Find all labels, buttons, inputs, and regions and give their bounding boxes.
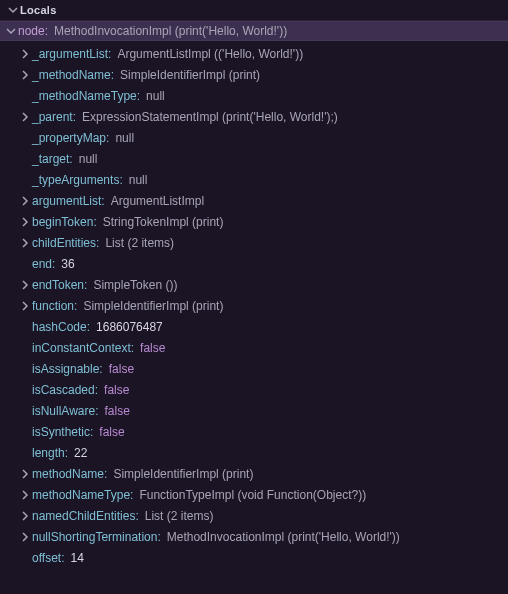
chevron-right-icon[interactable]	[18, 70, 32, 80]
property-key: endToken:	[32, 277, 87, 293]
panel-header[interactable]: Locals	[0, 0, 508, 21]
tree-row: _propertyMap:null	[0, 127, 508, 148]
chevron-right-icon[interactable]	[18, 280, 32, 290]
tree-row[interactable]: beginToken:StringTokenImpl (print)	[0, 211, 508, 232]
property-value: List (2 items)	[145, 508, 214, 524]
tree-row[interactable]: _methodName:SimpleIdentifierImpl (print)	[0, 64, 508, 85]
property-key: _propertyMap:	[32, 130, 109, 146]
property-value: false	[104, 382, 129, 398]
property-value: SimpleIdentifierImpl (print)	[120, 67, 260, 83]
property-key: hashCode:	[32, 319, 90, 335]
tree-row[interactable]: endToken:SimpleToken ())	[0, 274, 508, 295]
property-key: inConstantContext:	[32, 340, 134, 356]
property-value: ExpressionStatementImpl (print('Hello, W…	[82, 109, 338, 125]
property-key: _parent:	[32, 109, 76, 125]
tree-row[interactable]: nullShortingTermination:MethodInvocation…	[0, 526, 508, 547]
property-value: MethodInvocationImpl (print('Hello, Worl…	[167, 529, 400, 545]
tree-row: _methodNameType:null	[0, 85, 508, 106]
property-value: false	[109, 361, 134, 377]
property-value: false	[99, 424, 124, 440]
property-key: isSynthetic:	[32, 424, 93, 440]
tree-row: _typeArguments:null	[0, 169, 508, 190]
property-key: namedChildEntities:	[32, 508, 139, 524]
property-key: childEntities:	[32, 235, 99, 251]
property-key: isNullAware:	[32, 403, 98, 419]
tree-row: isCascaded:false	[0, 379, 508, 400]
property-key: methodNameType:	[32, 487, 133, 503]
chevron-right-icon[interactable]	[18, 49, 32, 59]
chevron-right-icon[interactable]	[18, 238, 32, 248]
property-key: nullShortingTermination:	[32, 529, 161, 545]
property-value: null	[79, 151, 98, 167]
chevron-down-icon[interactable]	[4, 26, 18, 36]
tree-row: _target:null	[0, 148, 508, 169]
property-key: isCascaded:	[32, 382, 98, 398]
property-key: _methodNameType:	[32, 88, 140, 104]
property-key: methodName:	[32, 466, 107, 482]
property-key: offset:	[32, 550, 64, 566]
property-key: end:	[32, 256, 55, 272]
chevron-right-icon[interactable]	[18, 532, 32, 542]
property-key: _argumentList:	[32, 46, 111, 62]
tree-row[interactable]: _parent:ExpressionStatementImpl (print('…	[0, 106, 508, 127]
property-key: _target:	[32, 151, 73, 167]
tree-row: isAssignable:false	[0, 358, 508, 379]
chevron-right-icon[interactable]	[18, 217, 32, 227]
property-key: length:	[32, 445, 68, 461]
property-value: false	[140, 340, 165, 356]
property-value: false	[104, 403, 129, 419]
property-key: _methodName:	[32, 67, 114, 83]
tree: _argumentList:ArgumentListImpl (('Hello,…	[0, 41, 508, 568]
property-value: FunctionTypeImpl (void Function(Object?)…	[139, 487, 366, 503]
tree-row[interactable]: childEntities:List (2 items)	[0, 232, 508, 253]
property-value: 1686076487	[96, 319, 163, 335]
property-value: null	[146, 88, 165, 104]
tree-row: isSynthetic:false	[0, 421, 508, 442]
tree-row: offset:14	[0, 547, 508, 568]
tree-row: length:22	[0, 442, 508, 463]
property-key: function:	[32, 298, 77, 314]
tree-row[interactable]: namedChildEntities:List (2 items)	[0, 505, 508, 526]
property-value: 14	[70, 550, 83, 566]
property-value: null	[129, 172, 148, 188]
chevron-right-icon[interactable]	[18, 112, 32, 122]
property-key: isAssignable:	[32, 361, 103, 377]
root-value: MethodInvocationImpl (print('Hello, Worl…	[54, 24, 287, 38]
root-node-row[interactable]: node: MethodInvocationImpl (print('Hello…	[0, 21, 508, 41]
tree-row: inConstantContext:false	[0, 337, 508, 358]
property-value: SimpleIdentifierImpl (print)	[83, 298, 223, 314]
chevron-down-icon	[6, 5, 20, 15]
property-value: ArgumentListImpl (('Hello, World!'))	[117, 46, 303, 62]
property-value: List (2 items)	[105, 235, 174, 251]
property-value: StringTokenImpl (print)	[103, 214, 224, 230]
property-key: beginToken:	[32, 214, 97, 230]
tree-row[interactable]: function:SimpleIdentifierImpl (print)	[0, 295, 508, 316]
tree-row[interactable]: methodNameType:FunctionTypeImpl (void Fu…	[0, 484, 508, 505]
chevron-right-icon[interactable]	[18, 490, 32, 500]
property-value: null	[115, 130, 134, 146]
property-key: _typeArguments:	[32, 172, 123, 188]
tree-row[interactable]: argumentList:ArgumentListImpl	[0, 190, 508, 211]
tree-row: end:36	[0, 253, 508, 274]
property-value: ArgumentListImpl	[111, 193, 204, 209]
chevron-right-icon[interactable]	[18, 511, 32, 521]
chevron-right-icon[interactable]	[18, 469, 32, 479]
chevron-right-icon[interactable]	[18, 196, 32, 206]
property-key: argumentList:	[32, 193, 105, 209]
panel-title: Locals	[20, 4, 57, 16]
property-value: SimpleIdentifierImpl (print)	[113, 466, 253, 482]
property-value: 22	[74, 445, 87, 461]
tree-row: hashCode:1686076487	[0, 316, 508, 337]
property-value: 36	[61, 256, 74, 272]
tree-row: isNullAware:false	[0, 400, 508, 421]
root-key: node:	[18, 24, 48, 38]
tree-row[interactable]: methodName:SimpleIdentifierImpl (print)	[0, 463, 508, 484]
chevron-right-icon[interactable]	[18, 301, 32, 311]
property-value: SimpleToken ())	[93, 277, 177, 293]
tree-row[interactable]: _argumentList:ArgumentListImpl (('Hello,…	[0, 43, 508, 64]
